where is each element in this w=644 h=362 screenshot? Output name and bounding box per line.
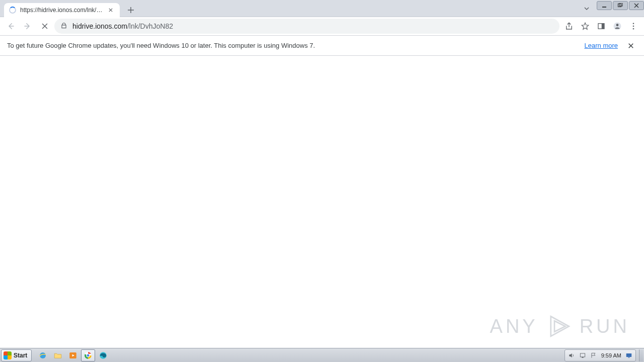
nav-forward-button[interactable] [20,19,35,34]
show-desktop-button[interactable] [639,349,643,361]
edge-icon [99,351,108,360]
infobar-message: To get future Google Chrome updates, you… [7,42,585,49]
browser-toolbar: hidrive.ionos.com/lnk/DvhJoN82 [0,17,644,36]
side-panel-button[interactable] [594,19,609,34]
watermark-left: ANY [490,316,538,337]
loading-spinner-icon [9,7,16,14]
address-bar[interactable]: hidrive.ionos.com/lnk/DvhJoN82 [54,19,559,34]
chrome-menu-button[interactable] [626,19,641,34]
svg-rect-0 [602,7,606,8]
taskbar-explorer[interactable] [51,349,65,361]
svg-rect-17 [582,356,584,357]
taskbar-apps [36,349,563,361]
arrow-right-icon [23,22,32,31]
maximize-icon [617,3,623,8]
anyrun-watermark: ANY RUN [490,313,630,340]
panel-icon [597,22,606,31]
chevron-down-icon [584,6,590,12]
plus-icon [127,7,134,14]
system-tray[interactable]: 9:59 AM [565,349,636,361]
arrow-left-icon [6,22,15,31]
nav-back-button[interactable] [3,19,18,34]
url-path: /lnk/DvhJoN82 [127,22,173,30]
avatar-icon [613,22,622,31]
share-icon [565,22,574,31]
windows-logo-icon [4,351,12,359]
svg-rect-18 [626,353,632,356]
chrome-icon [84,351,93,360]
svg-rect-4 [602,24,604,29]
taskbar-ie[interactable] [36,349,50,361]
svg-rect-19 [628,357,630,357]
browser-tab[interactable]: https://hidrive.ionos.com/lnk/DvhJoN82 [4,3,120,17]
watermark-right: RUN [580,316,630,337]
tab-strip: https://hidrive.ionos.com/lnk/DvhJoN82 [0,0,580,17]
tray-app-icon [579,352,586,359]
svg-point-8 [633,26,634,27]
taskbar-edge[interactable] [96,349,110,361]
tab-close-button[interactable] [107,6,115,14]
start-button[interactable]: Start [1,349,32,361]
clock: 9:59 AM [601,352,621,358]
window-minimize-button[interactable] [597,1,612,10]
svg-point-7 [633,23,634,24]
nav-stop-button[interactable] [37,19,52,34]
internet-explorer-icon [38,351,47,360]
minimize-icon [601,3,607,8]
close-icon [633,3,639,8]
infobar-learn-more-link[interactable]: Learn more [585,42,618,49]
start-label: Start [14,352,27,359]
close-icon [628,43,634,49]
lock-icon [60,22,67,31]
bookmark-button[interactable] [578,19,593,34]
kebab-icon [629,22,638,31]
profile-button[interactable] [610,19,625,34]
infobar-close-button[interactable] [625,40,637,52]
window-close-button[interactable] [629,1,644,10]
page-content: ANY RUN [0,56,644,348]
toolbar-right [561,19,641,34]
tab-search-button[interactable] [580,6,594,12]
update-infobar: To get future Google Chrome updates, you… [0,36,644,56]
window-titlebar: https://hidrive.ionos.com/lnk/DvhJoN82 [0,0,644,17]
close-icon [40,22,49,31]
flag-icon [590,352,597,359]
url-host: hidrive.ionos.com [72,22,127,30]
taskbar-chrome[interactable] [81,349,95,361]
share-button[interactable] [561,19,577,34]
svg-point-10 [40,352,46,358]
monitor-icon [625,352,632,359]
window-maximize-button[interactable] [613,1,628,10]
folder-icon [53,351,62,360]
svg-point-9 [633,28,634,30]
tab-title: https://hidrive.ionos.com/lnk/DvhJoN82 [20,7,103,14]
close-icon [109,8,113,12]
volume-icon [568,352,575,359]
svg-rect-16 [580,353,585,356]
svg-point-6 [616,24,619,26]
media-player-icon [68,351,77,360]
window-controls [596,0,644,10]
new-tab-button[interactable] [124,3,138,17]
taskbar-player[interactable] [66,349,80,361]
windows-taskbar: Start 9:59 AM [0,348,644,362]
star-icon [581,22,590,31]
url-text: hidrive.ionos.com/lnk/DvhJoN82 [72,22,173,30]
play-icon [545,313,573,340]
